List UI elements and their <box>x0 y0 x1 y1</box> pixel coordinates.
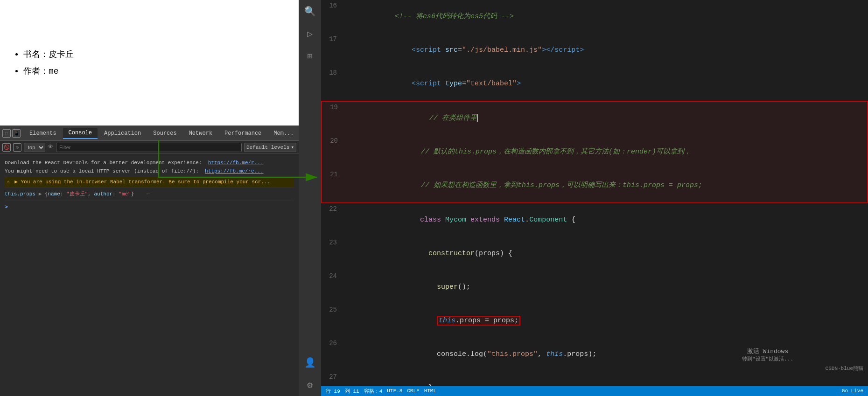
t23-3: (props) { <box>475 250 512 257</box>
devtools-panel: ⬚ 📱 Elements Console Application Sources… <box>0 125 299 396</box>
t22-5: React <box>504 216 525 224</box>
activate-windows: 激活 Windows 转到"设置"以激活... <box>742 347 793 362</box>
token-17-2: src <box>445 46 458 54</box>
console-output[interactable]: Download the React DevTools for a better… <box>0 154 299 396</box>
line-content-27: } <box>344 371 868 386</box>
line-num-22: 22 <box>321 203 344 215</box>
vscode-activity-bar: 🔍 ▷ ⊞ 👤 ⚙ <box>299 0 321 396</box>
devtools-link-1[interactable]: https://fb.me/r... <box>208 160 264 166</box>
line-num-19: 19 <box>322 102 345 113</box>
tab-sources[interactable]: Sources <box>147 128 182 139</box>
browser-list: 书名：皮卡丘 作者：me <box>14 46 285 80</box>
line-num-25: 25 <box>321 304 344 315</box>
t24-3: (); <box>458 283 470 291</box>
sidebar-icon-extensions[interactable]: ⊞ <box>299 45 321 67</box>
sidebar-icon-run[interactable]: ▷ <box>299 22 321 45</box>
t23-2: constructor <box>428 250 475 257</box>
tab-console[interactable]: Console <box>63 128 98 139</box>
token-18-2: type <box>445 80 462 88</box>
token-21-comment: // 如果想在构造函数里，拿到this.props，可以明确写出来：this.p… <box>404 181 702 189</box>
warning-icon: ⚠ <box>7 179 10 185</box>
tab-elements[interactable]: Elements <box>24 128 62 139</box>
t22-4: extends <box>470 216 504 224</box>
token-20-comment: // 默认的this.props，在构造函数内部拿不到，其它方法(如：rende… <box>404 148 691 156</box>
block-icon[interactable]: ⊘ <box>13 143 21 152</box>
line-content-19: // 在类组件里 <box>345 102 867 135</box>
token-18-1: <script <box>395 80 445 88</box>
code-line-20: 20 // 默认的this.props，在构造函数内部拿不到，其它方法(如：re… <box>322 135 867 169</box>
red-box-line25: this.props = props; <box>437 316 520 326</box>
sidebar-icon-search[interactable]: 🔍 <box>299 0 321 22</box>
line-num-27: 27 <box>321 371 344 382</box>
t26-2: "this.props" <box>487 350 538 358</box>
code-line-27: 27 } <box>321 371 868 386</box>
sidebar-icon-settings[interactable]: ⚙ <box>299 374 321 396</box>
context-selector[interactable]: top <box>24 143 45 152</box>
t26-1: console.log( <box>395 350 487 358</box>
status-bar: 行 19 列 11 容格：4 UTF-8 CRLF HTML Go Live <box>321 386 868 396</box>
line-content-21: // 如果想在构造函数里，拿到this.props，可以明确写出来：this.p… <box>345 169 867 202</box>
line-num-26: 26 <box>321 338 344 349</box>
left-panel: 书名：皮卡丘 作者：me ⬚ 📱 Elements Console Applic… <box>0 0 299 396</box>
code-line-23: 23 constructor(props) { <box>321 237 868 271</box>
csdn-watermark: CSDN·blue熊猫 <box>826 365 863 372</box>
t22-7: Component <box>529 216 567 224</box>
go-live-btn[interactable]: Go Live <box>842 388 863 394</box>
t26-3: , <box>538 350 546 358</box>
props-colon1: : <box>60 191 66 197</box>
props-author-val: "me" <box>119 191 131 197</box>
token-18-5: > <box>517 80 521 88</box>
code-lines: 16 <!-- 将es6代码转化为es5代码 --> 17 <script sr… <box>321 0 868 386</box>
red-block-comments: 19 // 在类组件里 20 // 默认的this.props，在构造函数内部拿… <box>321 101 868 203</box>
line-content-18: <script type="text/babel"> <box>344 67 868 101</box>
clear-console-icon[interactable]: 🚫 <box>2 143 11 152</box>
t22-3: Mycom <box>445 216 470 224</box>
device-icon[interactable]: 📱 <box>12 129 21 138</box>
token-17-1: <script <box>395 46 445 54</box>
default-levels-dropdown[interactable]: Default levels ▾ <box>244 143 296 152</box>
status-spaces: 容格：4 <box>364 388 383 395</box>
cursor <box>477 114 478 122</box>
props-name-key: name <box>48 191 60 197</box>
status-language: HTML <box>424 388 436 394</box>
editor-area: 16 <!-- 将es6代码转化为es5代码 --> 17 <script sr… <box>321 0 868 396</box>
green-arrow-indicator: ← <box>147 190 150 197</box>
line-num-18: 18 <box>321 67 344 78</box>
code-line-21: 21 // 如果想在构造函数里，拿到this.props，可以明确写出来：thi… <box>322 169 867 202</box>
devtools-tabs: ⬚ 📱 Elements Console Application Sources… <box>0 126 299 141</box>
line-num-21: 21 <box>322 169 345 180</box>
console-msg-warning: ⚠ ▶ You are using the in-browser Babel t… <box>5 177 294 188</box>
tab-network[interactable]: Network <box>183 128 218 139</box>
status-line-ending: CRLF <box>407 388 419 394</box>
code-line-25: 25 this.props = props; <box>321 304 868 338</box>
props-comma: , <box>88 191 94 197</box>
devtools-link-2[interactable]: https://fb.me/re... <box>205 168 263 174</box>
tab-performance[interactable]: Performance <box>219 128 267 139</box>
line-content-25: this.props = props; <box>344 304 868 338</box>
token-18-3: = <box>462 80 466 88</box>
code-line-24: 24 super(); <box>321 271 868 304</box>
t24-2: super <box>437 283 458 291</box>
default-levels-label: Default levels <box>246 145 289 150</box>
status-col: 列 11 <box>345 388 359 395</box>
status-bar-right: Go Live <box>842 388 863 394</box>
code-line-18: 18 <script type="text/babel"> <box>321 67 868 101</box>
console-prompt[interactable]: > <box>5 203 294 211</box>
tab-memory[interactable]: Mem... <box>268 128 299 139</box>
t22-8: { <box>567 216 575 224</box>
line-content-23: constructor(props) { <box>344 237 868 271</box>
dropdown-arrow-icon: ▾ <box>291 144 294 150</box>
comment-16: <!-- 将es6代码转化为es5代码 --> <box>395 13 514 21</box>
props-expand-arrow[interactable]: ▶ <box>39 191 42 197</box>
code-container[interactable]: 16 <!-- 将es6代码转化为es5代码 --> 17 <script sr… <box>321 0 868 386</box>
tab-application[interactable]: Application <box>98 128 147 139</box>
sidebar-icon-account[interactable]: 👤 <box>299 351 321 374</box>
eye-icon[interactable]: 👁 <box>48 144 54 151</box>
inspect-icon[interactable]: ⬚ <box>2 129 11 138</box>
list-item-bookname: 书名：皮卡丘 <box>23 46 285 63</box>
code-line-17: 17 <script src="./js/babel.min.js"></scr… <box>321 34 868 67</box>
line-num-17: 17 <box>321 34 344 45</box>
filter-input[interactable] <box>56 143 242 152</box>
props-colon2: : <box>112 191 119 197</box>
code-line-22: 22 class Mycom extends React.Component { <box>321 203 868 237</box>
